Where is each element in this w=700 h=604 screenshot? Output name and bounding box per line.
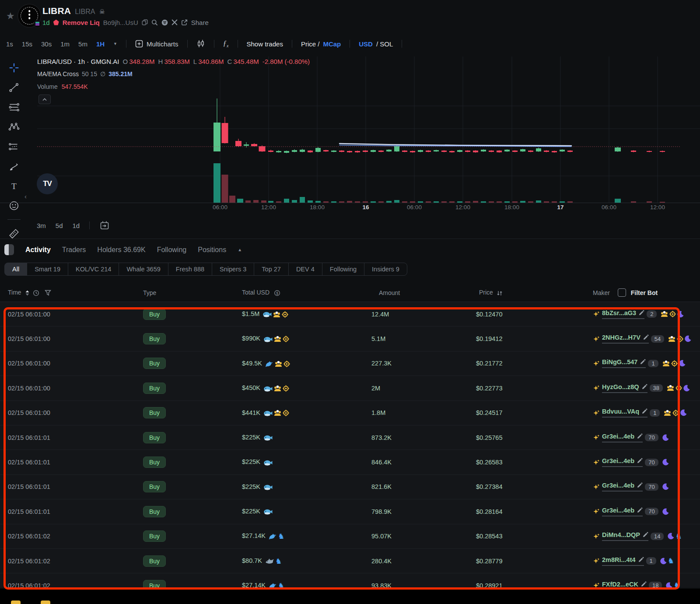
- usd-sol-toggle[interactable]: USD / SOL: [359, 40, 393, 48]
- table-row[interactable]: 02/15 06:01:02 Buy $27.14K♞ 93.83K $0.28…: [0, 573, 700, 588]
- candle-style-icon[interactable]: [196, 39, 205, 48]
- edit-pencil-icon[interactable]: [637, 482, 643, 488]
- funnel-filter-icon[interactable]: [45, 290, 51, 296]
- maker-address[interactable]: Gr3ei...4eb: [602, 482, 634, 489]
- maker-address[interactable]: Gr3ei...4eb: [602, 457, 634, 464]
- clock-icon[interactable]: [33, 290, 39, 296]
- sort-filter-circle-icon[interactable]: [161, 19, 168, 26]
- share-label[interactable]: Share: [191, 19, 209, 26]
- table-row[interactable]: 02/15 06:01:02 Buy $27.14K♞ 95.07K $0.28…: [0, 524, 700, 549]
- collapse-panel-triangle-icon[interactable]: ▲: [238, 247, 242, 252]
- range-1d-button[interactable]: 1d: [73, 222, 80, 229]
- maker-address-wrap[interactable]: Gr3ei...4eb: [602, 433, 643, 442]
- token-address[interactable]: Bo9jh...UsU: [103, 19, 138, 26]
- header-total-usd[interactable]: Total USD: [242, 289, 371, 296]
- timeframe-5m[interactable]: 5m: [78, 40, 88, 48]
- edit-pencil-icon[interactable]: [638, 310, 644, 316]
- sort-icon[interactable]: [25, 290, 29, 296]
- maker-address[interactable]: BiNgG...547: [602, 358, 637, 365]
- edit-pencil-icon[interactable]: [637, 458, 643, 464]
- favorite-star-icon[interactable]: ★: [6, 11, 15, 22]
- tab-holders[interactable]: Holders 36.69K: [97, 246, 145, 254]
- table-row[interactable]: 02/15 06:01:00 Buy $990K 5.1M $0.19412 2…: [0, 327, 700, 351]
- edit-pencil-icon[interactable]: [642, 532, 648, 538]
- price-sort-icon[interactable]: [497, 290, 503, 296]
- show-trades-button[interactable]: Show trades: [247, 40, 283, 48]
- timeframe-30s[interactable]: 30s: [41, 40, 52, 48]
- maker-address-wrap[interactable]: 2m8Ri...4t4: [602, 556, 644, 566]
- table-row[interactable]: 02/15 06:01:00 Buy $49.5K 227.3K $0.2177…: [0, 351, 700, 376]
- multicharts-button[interactable]: Multicharts: [135, 40, 178, 48]
- maker-address[interactable]: Bdvuu...VAq: [602, 408, 639, 415]
- maker-address-wrap[interactable]: BiNgG...547: [602, 358, 646, 368]
- collapse-indicators-button[interactable]: [38, 95, 51, 104]
- filter-fresh[interactable]: Fresh 888: [168, 263, 212, 276]
- share-icon[interactable]: [181, 19, 188, 26]
- maker-address[interactable]: HyzGo...z8Q: [602, 383, 639, 390]
- table-row[interactable]: 02/15 06:01:00 Buy $450K 2M $0.22773 Hyz…: [0, 376, 700, 400]
- go-to-date-calendar-icon[interactable]: [99, 220, 110, 231]
- tradingview-logo[interactable]: TV: [37, 173, 58, 194]
- indicators-fx-icon[interactable]: ƒx: [223, 39, 229, 48]
- maker-address[interactable]: DiMn4...DQP: [602, 531, 640, 538]
- panel-toggle-icon[interactable]: [4, 244, 14, 255]
- price-mcap-toggle[interactable]: Price / MCap: [301, 40, 341, 48]
- filter-insiders[interactable]: Insiders 9: [364, 263, 407, 276]
- maker-address[interactable]: 8bZsr...aG3: [602, 309, 636, 316]
- edit-pencil-icon[interactable]: [641, 408, 648, 414]
- edit-pencil-icon[interactable]: [637, 433, 643, 439]
- timeframe-1h[interactable]: 1H: [96, 40, 105, 48]
- edit-pencil-icon[interactable]: [643, 334, 649, 341]
- filter-whale[interactable]: Whale 3659: [119, 263, 168, 276]
- filter-following[interactable]: Following: [322, 263, 364, 276]
- table-row[interactable]: 02/15 06:01:01 Buy $225K 821.6K $0.27384…: [0, 475, 700, 499]
- table-row[interactable]: 02/15 06:01:01 Buy $225K 798.9K $0.28164…: [0, 499, 700, 524]
- timeframe-1s[interactable]: 1s: [6, 40, 13, 48]
- maker-address[interactable]: FXfD2...eCK: [602, 581, 638, 588]
- remove-liq-label[interactable]: Remove Liq: [63, 19, 100, 26]
- maker-address-wrap[interactable]: 2NHGz...H7V: [602, 334, 649, 344]
- table-row[interactable]: 02/15 06:01:00 Buy $1.5M 12.4M $0.12470 …: [0, 302, 700, 327]
- tab-activity[interactable]: Activity: [25, 246, 51, 254]
- maker-address-wrap[interactable]: FXfD2...eCK: [602, 581, 647, 588]
- maker-address[interactable]: 2NHGz...H7V: [602, 334, 640, 341]
- timeframe-15s[interactable]: 15s: [22, 40, 32, 48]
- maker-address-wrap[interactable]: DiMn4...DQP: [602, 531, 648, 541]
- copy-icon[interactable]: [142, 19, 148, 25]
- usd-coin-icon[interactable]: [274, 290, 280, 296]
- x-twitter-icon[interactable]: [172, 19, 178, 25]
- edit-pencil-icon[interactable]: [638, 557, 644, 563]
- timeframe-dropdown-caret[interactable]: ▼: [113, 42, 117, 46]
- edit-pencil-icon[interactable]: [641, 384, 648, 390]
- table-row[interactable]: 02/15 06:01:00 Buy $441K 1.8M $0.24517 B…: [0, 401, 700, 425]
- token-avatar[interactable]: [18, 4, 41, 28]
- measure-ruler-tool-icon[interactable]: [8, 227, 20, 239]
- maker-address[interactable]: Gr3ei...4eb: [602, 507, 634, 514]
- filter-top27[interactable]: Top 27: [254, 263, 289, 276]
- filter-bot-checkbox[interactable]: [618, 288, 626, 297]
- filter-snipers[interactable]: Snipers 3: [212, 263, 254, 276]
- maker-address-wrap[interactable]: 8bZsr...aG3: [602, 309, 644, 319]
- range-3m-button[interactable]: 3m: [37, 222, 46, 229]
- tab-traders[interactable]: Traders: [62, 246, 86, 254]
- tab-positions[interactable]: Positions: [198, 246, 226, 254]
- table-row[interactable]: 02/15 06:01:01 Buy $225K 873.2K $0.25765…: [0, 425, 700, 450]
- maker-address[interactable]: Gr3ei...4eb: [602, 433, 634, 440]
- table-row[interactable]: 02/15 06:01:02 Buy $80.7K♞ 280.4K $0.287…: [0, 549, 700, 573]
- timeframe-1m[interactable]: 1m: [60, 40, 70, 48]
- header-price[interactable]: Price: [476, 289, 587, 296]
- tab-following[interactable]: Following: [157, 246, 187, 254]
- maker-address-wrap[interactable]: Bdvuu...VAq: [602, 408, 648, 418]
- pane-collapse-arrow[interactable]: ‹: [24, 193, 27, 200]
- header-time[interactable]: Time: [0, 289, 143, 296]
- edit-pencil-icon[interactable]: [640, 581, 647, 587]
- filter-dev[interactable]: DEV 4: [288, 263, 322, 276]
- maker-address-wrap[interactable]: Gr3ei...4eb: [602, 457, 643, 467]
- filter-all[interactable]: All: [4, 263, 27, 276]
- maker-address[interactable]: 2m8Ri...4t4: [602, 556, 636, 563]
- edit-pencil-icon[interactable]: [637, 507, 643, 513]
- table-row[interactable]: 02/15 06:01:01 Buy $225K 846.4K $0.26583…: [0, 450, 700, 474]
- maker-address-wrap[interactable]: Gr3ei...4eb: [602, 507, 643, 516]
- filter-kol-vc[interactable]: KOL/VC 214: [68, 263, 119, 276]
- range-5d-button[interactable]: 5d: [56, 222, 63, 229]
